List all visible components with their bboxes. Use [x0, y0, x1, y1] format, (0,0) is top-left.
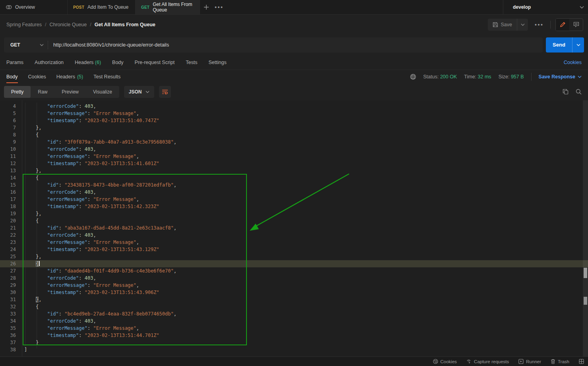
- line-number: 4: [0, 103, 22, 110]
- tab-authorization[interactable]: Authorization: [35, 60, 64, 65]
- save-response-button[interactable]: Save Response: [539, 74, 582, 80]
- code-line[interactable]: 10 "errorCode": 403,: [0, 146, 588, 153]
- code-line[interactable]: 27 "id": "daaded4b-f01f-4dd9-b736-c4e3be…: [0, 267, 588, 274]
- code-line[interactable]: 20 {: [0, 217, 588, 224]
- code-line[interactable]: 5 "errorMessage": "Error Message",: [0, 110, 588, 117]
- copy-icon[interactable]: [563, 89, 569, 95]
- response-tab-body[interactable]: Body: [6, 70, 18, 83]
- code-line[interactable]: 28 "errorCode": 403,: [0, 274, 588, 282]
- line-number: 26: [0, 260, 22, 267]
- footer-cookies-button[interactable]: Cookies: [433, 359, 457, 364]
- code-line[interactable]: 18 "timestamp": "2023-02-13T13:51:42.323…: [0, 203, 588, 210]
- mode-visualize[interactable]: Visualize: [86, 86, 119, 98]
- code-line[interactable]: 14 {: [0, 174, 588, 181]
- tab-overview[interactable]: Overview: [0, 0, 68, 14]
- line-number: 28: [0, 274, 22, 282]
- scrollbar-track[interactable]: [583, 100, 588, 356]
- line-number: 12: [0, 160, 22, 167]
- tab-pre-request-script[interactable]: Pre-request Script: [135, 60, 175, 65]
- footer-runner-button[interactable]: Runner: [518, 359, 541, 364]
- code-line[interactable]: 15 "id": "23438175-8473-4bbe-af00-287201…: [0, 181, 588, 189]
- send-options-button[interactable]: [572, 37, 584, 53]
- code-line[interactable]: 6 "timestamp": "2023-02-13T13:51:40.747Z…: [0, 117, 588, 124]
- format-value: JSON: [129, 89, 142, 95]
- method-selector[interactable]: GET: [4, 42, 48, 48]
- breadcrumb-collection[interactable]: Spring Features: [6, 22, 42, 27]
- line-number: 15: [0, 181, 22, 189]
- response-tab-test-results[interactable]: Test Results: [93, 70, 120, 83]
- code-line[interactable]: 19 },: [0, 210, 588, 217]
- code-line[interactable]: 21 "id": "aba3a167-d5ad-45dd-8a21-2e63c1…: [0, 224, 588, 232]
- url-input[interactable]: http://localhost:8080/v1/chronicle-queue…: [48, 42, 169, 48]
- code-line[interactable]: 33 "id": "bc4ed9eb-27ad-4eaa-832f-8eb077…: [0, 310, 588, 317]
- code-line[interactable]: 7 },: [0, 124, 588, 131]
- line-number: 27: [0, 267, 22, 274]
- tab-params[interactable]: Params: [6, 60, 23, 65]
- code-line[interactable]: 37 }: [0, 339, 588, 346]
- code-line[interactable]: 29 "errorMessage": "Error Message",: [0, 282, 588, 289]
- environment-selector[interactable]: develop: [503, 0, 588, 14]
- mode-raw[interactable]: Raw: [31, 86, 54, 98]
- code-line[interactable]: 11 "errorMessage": "Error Message",: [0, 153, 588, 160]
- code-line[interactable]: 35 "errorMessage": "Error Message",: [0, 325, 588, 332]
- footer-panel-toggle-button[interactable]: [579, 359, 584, 364]
- code-line[interactable]: 25 },: [0, 253, 588, 260]
- line-number: 21: [0, 224, 22, 232]
- footer-capture-requests-button[interactable]: Capture requests: [466, 359, 509, 364]
- response-tab-headers[interactable]: Headers (5): [56, 70, 83, 83]
- save-button[interactable]: Save: [488, 19, 517, 31]
- code-line[interactable]: 23 "errorMessage": "Error Message",: [0, 239, 588, 246]
- more-actions-button[interactable]: ●●●: [533, 23, 545, 27]
- code-line[interactable]: 26 {: [0, 260, 588, 267]
- comments-button[interactable]: [569, 19, 583, 31]
- code-line[interactable]: 9 "id": "3f0f879a-7abb-40a7-a913-0c3e795…: [0, 138, 588, 146]
- response-tab-cookies[interactable]: Cookies: [28, 70, 46, 83]
- response-view-toolbar: Pretty Raw Preview Visualize JSON: [0, 83, 588, 100]
- mode-preview[interactable]: Preview: [54, 86, 86, 98]
- breadcrumb-folder[interactable]: Chronicle Queue: [49, 22, 87, 27]
- chevron-down-icon: [146, 91, 149, 93]
- code-line[interactable]: 17 "errorMessage": "Error Message",: [0, 196, 588, 203]
- code-line[interactable]: 24 "timestamp": "2023-02-13T13:51:43.129…: [0, 246, 588, 253]
- code-line[interactable]: 34 "errorCode": 403,: [0, 317, 588, 325]
- globe-icon[interactable]: [410, 74, 416, 80]
- code-line[interactable]: 4 "errorCode": 403,: [0, 103, 588, 110]
- code-line[interactable]: 13 },: [0, 167, 588, 174]
- code-line[interactable]: 32 {: [0, 303, 588, 310]
- send-button[interactable]: Send: [546, 37, 572, 53]
- code-line[interactable]: 16 "errorCode": 403,: [0, 189, 588, 196]
- tab-headers[interactable]: Headers (6): [75, 60, 101, 65]
- tab-settings[interactable]: Settings: [208, 60, 226, 65]
- tab-options-button[interactable]: ●●●: [213, 0, 225, 14]
- response-body-editor[interactable]: 4 "errorCode": 403,5 "errorMessage": "Er…: [0, 100, 588, 356]
- code-line[interactable]: 38]: [0, 346, 588, 353]
- code-line[interactable]: 36 "timestamp": "2023-02-13T13:51:44.701…: [0, 332, 588, 339]
- tab-add-item-to-queue[interactable]: POST Add Item To Queue: [68, 0, 136, 14]
- status-value: 200 OK: [440, 74, 457, 80]
- tab-body[interactable]: Body: [112, 60, 124, 65]
- search-icon[interactable]: [576, 89, 582, 95]
- method-badge-post: POST: [73, 5, 84, 10]
- new-tab-button[interactable]: [200, 0, 213, 14]
- code-line[interactable]: 8 {: [0, 131, 588, 138]
- cookies-link[interactable]: Cookies: [564, 60, 582, 65]
- line-number: 34: [0, 317, 22, 325]
- wrap-text-button[interactable]: [159, 86, 171, 98]
- mode-pretty[interactable]: Pretty: [4, 86, 31, 98]
- size-value: 957 B: [511, 74, 524, 80]
- save-options-button[interactable]: [517, 19, 528, 31]
- format-selector[interactable]: JSON: [124, 86, 154, 98]
- chevron-down-icon: [40, 44, 44, 46]
- tab-tests[interactable]: Tests: [186, 60, 197, 65]
- footer-trash-button[interactable]: Trash: [551, 359, 569, 364]
- scrollbar-thumb[interactable]: [584, 268, 587, 278]
- divider: [550, 21, 551, 29]
- request-title: Get All Items From Queue: [95, 22, 155, 27]
- code-line[interactable]: 22 "errorCode": 403,: [0, 232, 588, 239]
- code-line[interactable]: 12 "timestamp": "2023-02-13T13:51:41.601…: [0, 160, 588, 167]
- code-line[interactable]: 30 "timestamp": "2023-02-13T13:51:43.906…: [0, 289, 588, 296]
- tab-get-all-items-from-queue[interactable]: GET Get All Items From Queue: [136, 0, 200, 14]
- documentation-edit-button[interactable]: [556, 19, 569, 31]
- code-line[interactable]: 31 },: [0, 296, 588, 303]
- trash-icon: [551, 359, 555, 364]
